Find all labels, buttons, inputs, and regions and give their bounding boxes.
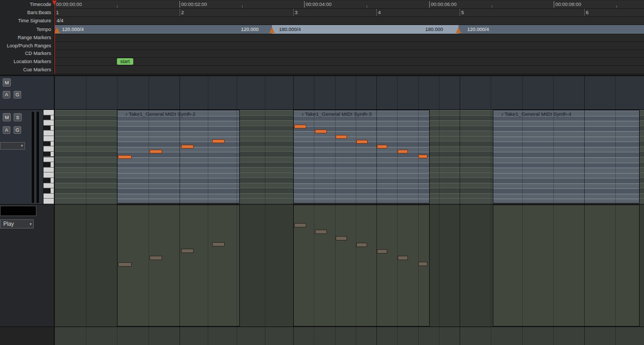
piano-key-black-cap (44, 141, 51, 146)
beat-line (237, 110, 237, 204)
ruler-area[interactable]: 00:00:00:0000:00:02:0000:00:04:0000:00:0… (54, 0, 644, 75)
tempo-label: 180.000 (425, 27, 443, 32)
bar-line (376, 76, 377, 109)
bar-number: 4 (378, 10, 381, 15)
piano-key-white (44, 131, 54, 136)
ruler-row-cd[interactable] (54, 50, 644, 58)
bar-line (376, 327, 377, 345)
midi-note[interactable] (118, 155, 132, 159)
midi-note[interactable] (212, 139, 225, 143)
bar-line (584, 327, 585, 345)
piano-key-white (44, 157, 54, 163)
ruler-label-timecode: Timecode (30, 1, 51, 8)
beat-line (117, 76, 117, 109)
automation-button[interactable]: A (3, 91, 10, 98)
beat-line (314, 205, 314, 326)
midi-note[interactable] (294, 125, 306, 128)
region-row (493, 188, 639, 194)
midi-note-icon: ♪ (125, 111, 128, 117)
region-name: ♪Take1_General MIDI Synth-3 (301, 111, 371, 117)
timecode-tick-minor (117, 5, 117, 8)
piano-keyboard[interactable] (43, 110, 54, 204)
ruler-label-column: TimecodeBars:BeatsTime SignatureTempoRan… (0, 0, 54, 75)
beat-line (553, 327, 554, 345)
beat-line (397, 327, 398, 345)
region-row (117, 152, 239, 157)
region-name: ♪Take1_General MIDI Synth-2 (125, 111, 195, 117)
playhead-marker-icon[interactable] (52, 1, 57, 5)
bottom-canvas[interactable] (54, 327, 644, 345)
beat-line (237, 205, 237, 326)
ruler-row-loop[interactable] (54, 42, 644, 50)
ruler-row-cue[interactable] (54, 66, 644, 74)
midi-channel-dropdown[interactable]: ▾ (0, 142, 25, 150)
beat-line (335, 110, 336, 204)
automation-mode-dropdown[interactable]: Play ▾ (0, 219, 34, 229)
midi-track-canvas[interactable]: ♪Take1_General MIDI Synth-2♪Take1_Genera… (54, 110, 644, 205)
midi-note[interactable] (315, 130, 327, 133)
tempo-marker-icon[interactable] (269, 27, 275, 33)
automation-lane-canvas[interactable] (54, 205, 644, 327)
midi-note[interactable] (377, 145, 387, 149)
ruler-row-location[interactable]: start (54, 58, 644, 66)
time-signature-label: 4/4 (57, 18, 64, 23)
midi-note[interactable] (181, 145, 194, 149)
region-row (493, 126, 639, 132)
midi-note[interactable] (356, 140, 368, 144)
beat-line (314, 76, 314, 109)
midi-note[interactable] (150, 150, 162, 153)
region-row (117, 199, 239, 204)
midi-region[interactable]: ♪Take1_General MIDI Synth-2 (117, 110, 240, 204)
midi-note[interactable] (398, 150, 408, 153)
tempo-marker-icon[interactable] (456, 27, 461, 33)
piano-key-white (44, 194, 54, 199)
beat-line (615, 76, 616, 109)
solo-button[interactable]: S (14, 113, 22, 121)
piano-key-black-cap (44, 162, 51, 167)
beat-line (439, 110, 439, 204)
bar-line (54, 110, 55, 204)
location-marker-start[interactable]: start (117, 58, 133, 65)
bar-line (460, 327, 460, 345)
timecode-tick (304, 1, 305, 8)
piano-key-black-cap (44, 115, 51, 120)
piano-key-white (44, 172, 54, 178)
playhead-line[interactable] (54, 1, 55, 74)
chevron-down-icon: ▾ (21, 144, 24, 148)
beat-line (356, 205, 356, 326)
automation-button[interactable]: A (3, 126, 10, 134)
ruler-row-timesig[interactable]: 4/4 (54, 17, 644, 25)
timecode-tick-label: 00:00:02:00 (181, 2, 207, 7)
mute-button[interactable]: M (3, 78, 11, 87)
tempo-marker-icon[interactable] (54, 27, 60, 33)
ghost-note (212, 242, 225, 247)
piano-key-black (44, 152, 54, 157)
midi-note[interactable] (336, 135, 347, 139)
group-button[interactable]: G (14, 91, 21, 98)
mute-button[interactable]: M (3, 113, 11, 121)
ruler-row-bars[interactable]: 123456 (54, 9, 644, 17)
track-canvas-1[interactable] (54, 76, 644, 110)
ruler-row-timecode[interactable]: 00:00:00:0000:00:02:0000:00:04:0000:00:0… (54, 1, 644, 9)
region-row (493, 168, 639, 173)
region-row (117, 126, 239, 132)
midi-region[interactable]: ♪Take1_General MIDI Synth-4 (493, 110, 640, 204)
group-button[interactable]: G (14, 126, 21, 134)
timecode-tick-label: 00:00:04:00 (306, 2, 332, 7)
midi-note[interactable] (418, 155, 428, 158)
bar-line (376, 205, 377, 326)
beat-line (397, 76, 398, 109)
ruler-row-range[interactable] (54, 34, 644, 42)
piano-key-black (44, 115, 54, 121)
ruler-row-tempo[interactable]: 120.000/4120.000180.000/4180.000120.000/… (54, 25, 644, 34)
piano-key-white (44, 110, 54, 115)
bar-number: 3 (295, 10, 298, 15)
lane-name-field[interactable] (0, 206, 36, 216)
ghost-note (181, 249, 194, 253)
ghost-note (418, 262, 428, 266)
region-row (493, 178, 639, 183)
region-row (117, 121, 239, 126)
bar-line (293, 205, 294, 326)
tempo-label: 180.000/4 (279, 27, 301, 32)
beat-line (86, 110, 86, 204)
